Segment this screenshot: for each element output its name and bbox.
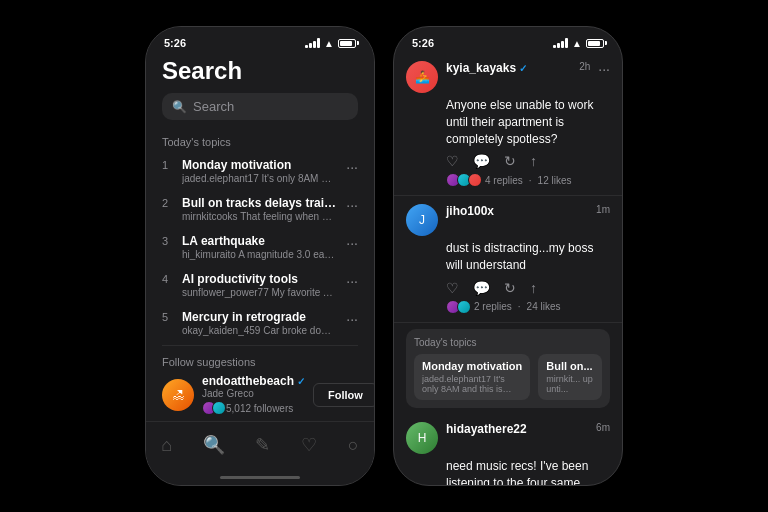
search-bar[interactable]: 🔍 Search: [162, 93, 358, 120]
topic-number-3: 3: [162, 235, 172, 247]
post-actions-2: ♡ 💬 ↻ ↑: [446, 280, 610, 296]
post-text-3: need music recs! I've been listening to …: [446, 458, 610, 485]
follow-section: Follow suggestions 🏖 endoatthebeach ✓ Ja…: [146, 350, 374, 421]
nav-search-1[interactable]: 🔍: [199, 430, 229, 460]
topic-desc-5: okay_kaiden_459 Car broke down, nail bro…: [182, 325, 336, 336]
mini-avatars: [202, 401, 222, 415]
phone-search: 5:26 ▲ Search: [145, 26, 375, 486]
nav-profile-1[interactable]: ○: [344, 431, 363, 460]
status-time-1: 5:26: [164, 37, 186, 49]
topic-number-1: 1: [162, 159, 172, 171]
topic-more-2[interactable]: ···: [346, 197, 358, 213]
topic-title-4: AI productivity tools: [182, 272, 336, 286]
heart-icon-1[interactable]: ♡: [446, 153, 459, 169]
reply-icon-2[interactable]: 💬: [473, 280, 490, 296]
repost-icon-1[interactable]: ↻: [504, 153, 516, 169]
avatar-2: J: [406, 204, 438, 236]
topic-more-4[interactable]: ···: [346, 273, 358, 289]
topic-more-5[interactable]: ···: [346, 311, 358, 327]
topic-title-3: LA earthquake: [182, 234, 336, 248]
nav-home-1[interactable]: ⌂: [157, 431, 176, 460]
repost-icon-2[interactable]: ↻: [504, 280, 516, 296]
post-stats-1: 4 replies · 12 likes: [446, 173, 610, 187]
follow-suggestions-label: Follow suggestions: [162, 356, 358, 368]
avatar-1: 🚣: [406, 61, 438, 93]
topics-card: Today's topics Monday motivation jaded.e…: [406, 329, 610, 408]
topics-card-label: Today's topics: [414, 337, 602, 348]
topic-item-3[interactable]: 3 LA earthquake hi_kimuraito A magnitude…: [146, 228, 374, 266]
follow-username: endoatthebeach ✓: [202, 374, 305, 388]
signal-icon: [305, 38, 320, 48]
battery-icon-2: [586, 39, 604, 48]
topics-card-title-1: Monday motivation: [422, 360, 522, 372]
follow-followers-count: 5,012 followers: [202, 401, 305, 415]
post-meta-2: jiho100x: [446, 204, 588, 218]
post-more-1[interactable]: ···: [598, 61, 610, 77]
post-actions-1: ♡ 💬 ↻ ↑: [446, 153, 610, 169]
mini-avatar-2: [212, 401, 226, 415]
topic-more-3[interactable]: ···: [346, 235, 358, 251]
topic-more-1[interactable]: ···: [346, 159, 358, 175]
topic-content-5: Mercury in retrograde okay_kaiden_459 Ca…: [182, 310, 336, 336]
topics-card-item-2[interactable]: Bull on... mirnkit... up unti...: [538, 354, 602, 400]
follow-button[interactable]: Follow: [313, 383, 374, 407]
topic-item-2[interactable]: 2 Bull on tracks delays trains mirnkitco…: [146, 190, 374, 228]
topic-content-3: LA earthquake hi_kimuraito A magnitude 3…: [182, 234, 336, 260]
avatar-3: H: [406, 422, 438, 454]
follow-item: 🏖 endoatthebeach ✓ Jade Greco: [162, 374, 358, 415]
topic-content-4: AI productivity tools sunflower_power77 …: [182, 272, 336, 298]
topic-number-5: 5: [162, 311, 172, 323]
post-text-2: dust is distracting...my boss will under…: [446, 240, 610, 274]
follow-avatar: 🏖: [162, 379, 194, 411]
post-item-2: J jiho100x 1m dust is distracting...my b…: [394, 196, 622, 323]
status-time-2: 5:26: [412, 37, 434, 49]
post-header-1: 🚣 kyia_kayaks ✓ 2h ···: [406, 61, 610, 93]
topics-card-item-1[interactable]: Monday motivation jaded.elephant17 It's …: [414, 354, 530, 400]
battery-icon: [338, 39, 356, 48]
todays-topics-label: Today's topics: [146, 128, 374, 152]
topics-card-title-2: Bull on...: [546, 360, 594, 372]
topics-card-items: Monday motivation jaded.elephant17 It's …: [414, 354, 602, 400]
share-icon-2[interactable]: ↑: [530, 280, 537, 296]
nav-heart-1[interactable]: ♡: [297, 430, 321, 460]
topic-item-4[interactable]: 4 AI productivity tools sunflower_power7…: [146, 266, 374, 304]
post-meta-1: kyia_kayaks ✓: [446, 61, 571, 75]
topic-desc-3: hi_kimuraito A magnitude 3.0 earthquake …: [182, 249, 336, 260]
search-icon: 🔍: [172, 100, 187, 114]
post-item-1: 🚣 kyia_kayaks ✓ 2h ··· Anyone else unabl…: [394, 53, 622, 196]
follow-info: endoatthebeach ✓ Jade Greco 5,012 follow…: [202, 374, 305, 415]
post-username-1: kyia_kayaks ✓: [446, 61, 571, 75]
nav-compose-1[interactable]: ✎: [251, 430, 274, 460]
topic-item-5[interactable]: 5 Mercury in retrograde okay_kaiden_459 …: [146, 304, 374, 341]
topic-content-1: Monday motivation jaded.elephant17 It's …: [182, 158, 336, 184]
post-header-2: J jiho100x 1m: [406, 204, 610, 236]
status-bar-2: 5:26 ▲: [394, 27, 622, 53]
reply-icon-1[interactable]: 💬: [473, 153, 490, 169]
post-username-3: hidayathere22: [446, 422, 588, 436]
bottom-nav-1: ⌂ 🔍 ✎ ♡ ○: [146, 421, 374, 472]
search-screen: 5:26 ▲ Search: [146, 27, 374, 485]
topic-item-1[interactable]: 1 Monday motivation jaded.elephant17 It'…: [146, 152, 374, 190]
divider-1: [162, 345, 358, 346]
post-time-2: 1m: [596, 204, 610, 215]
post-username-2: jiho100x: [446, 204, 588, 218]
heart-icon-2[interactable]: ♡: [446, 280, 459, 296]
post-stats-2: 2 replies · 24 likes: [446, 300, 610, 314]
topic-desc-2: mirnkitcooks That feeling when you're ju…: [182, 211, 336, 222]
search-input[interactable]: Search: [193, 99, 234, 114]
verified-1: ✓: [519, 63, 527, 74]
page-title: Search: [162, 57, 358, 85]
topic-number-4: 4: [162, 273, 172, 285]
topic-list: 1 Monday motivation jaded.elephant17 It'…: [146, 152, 374, 341]
topics-card-desc-2: mirnkit... up unti...: [546, 374, 594, 394]
post-avatar-3: H: [406, 422, 438, 454]
post-item-3: H hidayathere22 6m need music recs! I've…: [394, 414, 622, 485]
topic-title-5: Mercury in retrograde: [182, 310, 336, 324]
topic-title-2: Bull on tracks delays trains: [182, 196, 336, 210]
post-replies-2: 2 replies: [474, 301, 512, 312]
share-icon-1[interactable]: ↑: [530, 153, 537, 169]
post-header-3: H hidayathere22 6m: [406, 422, 610, 454]
search-header: Search 🔍 Search: [146, 53, 374, 128]
avatar-image: 🏖: [162, 379, 194, 411]
verified-badge: ✓: [297, 376, 305, 387]
